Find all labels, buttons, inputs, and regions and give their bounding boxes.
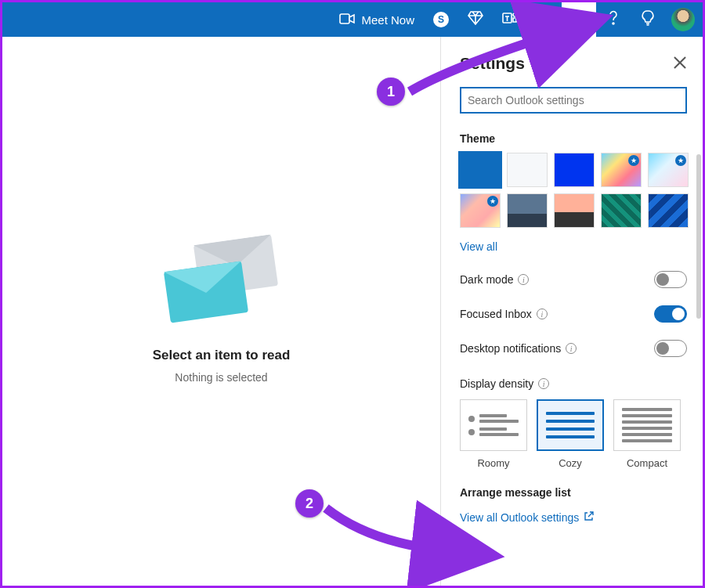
app-top-bar: Meet Now S xyxy=(2,2,703,37)
svg-point-2 xyxy=(513,13,516,16)
theme-grid: ★ ★ ★ xyxy=(460,153,687,228)
diamond-icon xyxy=(468,11,483,28)
info-icon[interactable]: i xyxy=(537,308,548,319)
svg-point-4 xyxy=(613,23,614,24)
tutorial-arrow-2 xyxy=(322,499,455,565)
theme-tile-mountain[interactable] xyxy=(507,193,548,228)
focused-inbox-row: Focused Inbox i xyxy=(460,305,687,323)
meet-now-label: Meet Now xyxy=(361,13,414,27)
info-icon[interactable]: i xyxy=(518,274,529,285)
display-density-row: Display density i xyxy=(460,377,687,390)
dark-mode-toggle[interactable] xyxy=(654,271,687,288)
meet-now-button[interactable]: Meet Now xyxy=(330,13,424,27)
focused-inbox-label: Focused Inbox xyxy=(460,308,532,320)
theme-tile-geometric[interactable] xyxy=(648,193,689,228)
theme-tile-sunset[interactable] xyxy=(554,193,595,228)
info-icon[interactable]: i xyxy=(566,343,577,354)
tutorial-step-badge-1: 1 xyxy=(377,78,405,106)
gear-icon xyxy=(571,10,587,29)
tutorial-arrow-1 xyxy=(402,29,574,103)
teams-icon xyxy=(502,11,518,28)
skype-icon: S xyxy=(433,12,449,27)
settings-quick-panel: Settings Theme ★ ★ ★ View all Dark mode … xyxy=(440,37,703,586)
theme-tile-circuit[interactable] xyxy=(601,193,642,228)
premium-star-icon: ★ xyxy=(628,155,639,166)
close-settings-button[interactable] xyxy=(671,54,689,71)
theme-tile-ribbon[interactable]: ★ xyxy=(648,153,689,187)
svg-point-3 xyxy=(577,16,581,20)
density-cozy-label: Cozy xyxy=(537,457,604,469)
popout-icon xyxy=(584,511,594,524)
question-icon xyxy=(608,10,619,29)
theme-view-all-link[interactable]: View all xyxy=(460,240,497,253)
todo-icon xyxy=(537,11,552,28)
theme-section-label: Theme xyxy=(460,132,687,145)
tutorial-step-badge-2: 2 xyxy=(295,489,324,518)
empty-state-subtitle: Nothing is selected xyxy=(175,371,267,384)
theme-tile-unicorn[interactable]: ★ xyxy=(460,193,501,228)
dark-mode-label: Dark mode xyxy=(460,273,513,286)
display-density-label: Display density xyxy=(460,377,533,390)
account-avatar[interactable] xyxy=(671,8,695,31)
arrange-message-list-label: Arrange message list xyxy=(460,486,687,499)
view-all-outlook-settings-link[interactable]: View all Outlook settings xyxy=(460,511,594,524)
envelope-icon xyxy=(163,261,248,323)
empty-state-illustration xyxy=(167,240,277,326)
desktop-notifications-row: Desktop notifications i xyxy=(460,340,687,357)
theme-tile-light[interactable] xyxy=(507,153,548,187)
premium-star-icon: ★ xyxy=(675,155,686,166)
panel-scrollbar[interactable] xyxy=(696,154,701,319)
tips-button[interactable] xyxy=(631,2,665,37)
theme-tile-rainbow[interactable]: ★ xyxy=(601,153,642,187)
dark-mode-row: Dark mode i xyxy=(460,271,687,288)
premium-star-icon: ★ xyxy=(487,196,498,207)
theme-tile-bold-blue[interactable] xyxy=(554,153,595,187)
info-icon[interactable]: i xyxy=(538,378,549,389)
density-option-cozy[interactable]: Cozy xyxy=(537,399,604,469)
density-option-roomy[interactable]: Roomy xyxy=(460,399,527,469)
density-roomy-label: Roomy xyxy=(460,457,527,469)
svg-rect-0 xyxy=(340,14,349,23)
video-icon xyxy=(339,13,355,27)
desktop-notifications-label: Desktop notifications xyxy=(460,342,561,355)
lightbulb-icon xyxy=(642,10,654,29)
density-option-compact[interactable]: Compact xyxy=(613,399,681,469)
theme-tile-default-blue[interactable] xyxy=(460,153,501,187)
view-all-outlook-settings-label: View all Outlook settings xyxy=(460,511,579,524)
density-options: Roomy Cozy Compact xyxy=(460,399,687,469)
desktop-notifications-toggle[interactable] xyxy=(654,340,687,357)
help-button[interactable] xyxy=(596,2,631,37)
empty-state-title: Select an item to read xyxy=(153,348,291,363)
density-compact-label: Compact xyxy=(613,457,681,469)
focused-inbox-toggle[interactable] xyxy=(654,305,687,323)
